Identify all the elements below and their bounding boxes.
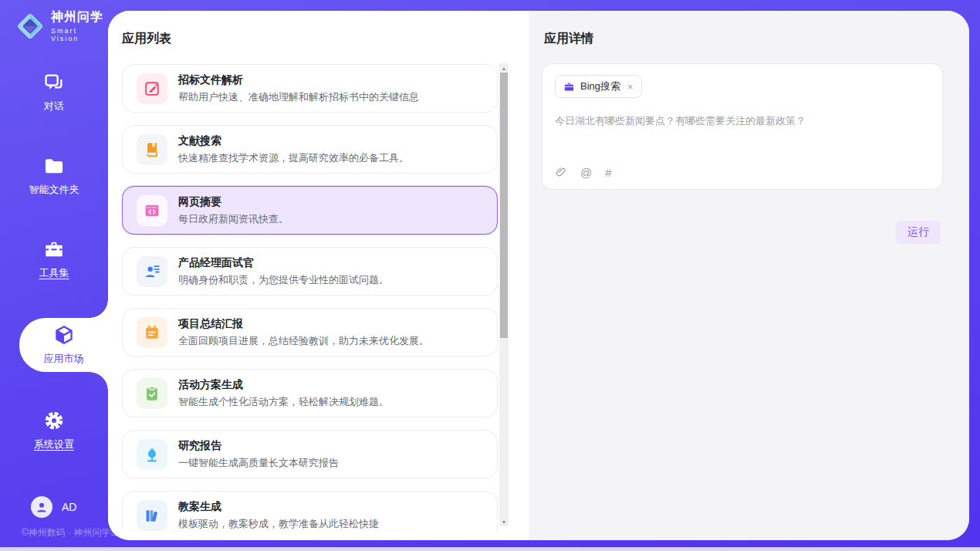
list-item[interactable]: 产品经理面试官 明确身份和职责，为您提供专业性的面试问题。 — [122, 247, 498, 296]
toolbox-icon — [43, 238, 65, 260]
scroll-up-icon[interactable]: ▲ — [499, 63, 509, 73]
ink-pen-icon — [137, 439, 167, 470]
mention-icon[interactable]: @ — [580, 167, 592, 178]
list-item[interactable]: 招标文件解析 帮助用户快速、准确地理解和解析招标书中的关键信息 — [122, 64, 498, 113]
app-desc: 全面回顾项目进展，总结经验教训，助力未来优化发展。 — [178, 334, 429, 348]
attachment-toolbar: @ # — [555, 166, 930, 178]
brand-subtitle: Smart Vision — [51, 27, 108, 42]
list-item[interactable]: 教案生成 模板驱动，教案秒成，教学准备从此轻松快捷 — [122, 491, 498, 531]
sidebar-item-1[interactable]: 智能文件夹 — [0, 151, 108, 201]
app-title: 研究报告 — [178, 439, 339, 453]
app-title: 项目总结汇报 — [178, 317, 429, 331]
chat-icon — [43, 72, 65, 93]
sidebar-item-3[interactable]: 应用市场 — [19, 318, 108, 372]
app-desc: 帮助用户快速、准确地理解和解析招标书中的关键信息 — [178, 90, 419, 104]
app-detail-title: 应用详情 — [544, 31, 593, 47]
app-list-section: 应用列表 招标文件解析 帮助用户快速、准确地理解和解析招标书中的关键信息 文献搜… — [108, 11, 529, 540]
list-item[interactable]: 文献搜索 快速精准查找学术资源，提高研究效率的必备工具。 — [122, 125, 498, 174]
sidebar-item-label: 智能文件夹 — [29, 183, 79, 197]
app-window: 神州问学 Smart Vision 对话智能文件夹工具集应用市场系统设置 AD … — [0, 0, 980, 551]
folder-icon — [43, 155, 65, 177]
books-icon — [137, 500, 167, 531]
app-desc: 智能生成个性化活动方案，轻松解决规划难题。 — [178, 395, 389, 409]
app-desc: 快速精准查找学术资源，提高研究效率的必备工具。 — [178, 151, 409, 165]
gear-icon — [43, 410, 65, 431]
doc-edit-icon — [137, 73, 167, 104]
tool-tag-label: Bing搜索 — [580, 79, 620, 93]
list-item[interactable]: 活动方案生成 智能生成个性化活动方案，轻松解决规划难题。 — [122, 369, 498, 417]
bottom-strip — [0, 547, 980, 551]
tool-tag[interactable]: Bing搜索 × — [555, 75, 642, 98]
sidebar: 神州问学 Smart Vision 对话智能文件夹工具集应用市场系统设置 AD … — [0, 0, 108, 547]
scrollbar-thumb[interactable] — [500, 73, 508, 338]
cube-icon — [53, 324, 75, 346]
tag-close-icon[interactable]: × — [627, 82, 634, 92]
app-title: 活动方案生成 — [178, 378, 389, 392]
app-desc: 一键智能生成高质量长文本研究报告 — [178, 456, 339, 470]
prompt-card: Bing搜索 × 今日湖北有哪些新闻要点？有哪些需要关注的最新政策？ @ # — [542, 63, 943, 190]
scrollbar[interactable]: ▲ ▼ — [499, 63, 509, 526]
app-desc: 模板驱动，教案秒成，教学准备从此轻松快捷 — [178, 517, 379, 531]
tool-tag-row: Bing搜索 × — [555, 75, 930, 98]
query-input[interactable]: 今日湖北有哪些新闻要点？有哪些需要关注的最新政策？ — [555, 113, 930, 129]
user-row[interactable]: AD — [31, 496, 76, 518]
app-card-list: 招标文件解析 帮助用户快速、准确地理解和解析招标书中的关键信息 文献搜索 快速精… — [122, 62, 498, 531]
sidebar-item-0[interactable]: 对话 — [0, 68, 108, 117]
web-code-icon — [137, 195, 167, 226]
app-title: 教案生成 — [178, 500, 379, 514]
sidebar-item-2[interactable]: 工具集 — [0, 235, 108, 284]
app-title: 产品经理面试官 — [178, 256, 389, 270]
clipboard-check-icon — [137, 378, 167, 409]
sidebar-item-label: 工具集 — [39, 266, 69, 280]
app-desc: 每日政府新闻资讯快查。 — [178, 212, 289, 226]
main-panel: 应用列表 招标文件解析 帮助用户快速、准确地理解和解析招标书中的关键信息 文献搜… — [108, 11, 969, 540]
app-title: 网页摘要 — [178, 195, 289, 209]
scroll-down-icon[interactable]: ▼ — [499, 517, 509, 526]
app-title: 文献搜索 — [178, 134, 409, 148]
list-item[interactable]: 网页摘要 每日政府新闻资讯快查。 — [122, 186, 498, 235]
briefcase-icon — [563, 81, 575, 93]
list-item[interactable]: 研究报告 一键智能生成高质量长文本研究报告 — [122, 430, 498, 478]
sidebar-item-label: 对话 — [44, 100, 64, 113]
brand-logo-icon — [15, 12, 45, 41]
sidebar-item-label: 应用市场 — [44, 352, 84, 366]
brand-name: 神州问学 — [51, 9, 108, 25]
sidebar-nav: 对话智能文件夹工具集应用市场系统设置 — [0, 68, 108, 489]
avatar — [31, 496, 52, 518]
sidebar-item-4[interactable]: 系统设置 — [0, 406, 108, 455]
hashtag-icon[interactable]: # — [605, 167, 611, 178]
app-list-title: 应用列表 — [122, 31, 171, 47]
run-button[interactable]: 运行 — [896, 221, 941, 244]
brand: 神州问学 Smart Vision — [0, 0, 108, 42]
list-item[interactable]: 项目总结汇报 全面回顾项目进展，总结经验教训，助力未来优化发展。 — [122, 308, 498, 357]
book-icon — [137, 134, 167, 165]
calendar-icon — [137, 317, 167, 348]
paperclip-icon[interactable] — [555, 166, 567, 178]
app-desc: 明确身份和职责，为您提供专业性的面试问题。 — [178, 273, 389, 287]
sidebar-item-label: 系统设置 — [34, 438, 74, 451]
user-name: AD — [62, 501, 76, 513]
app-title: 招标文件解析 — [178, 73, 419, 87]
app-detail-section: 应用详情 Bing搜索 × 今日湖北有哪些新闻要点？有哪些需要关注的最新政策？ — [529, 11, 969, 540]
interviewer-icon — [137, 256, 167, 287]
